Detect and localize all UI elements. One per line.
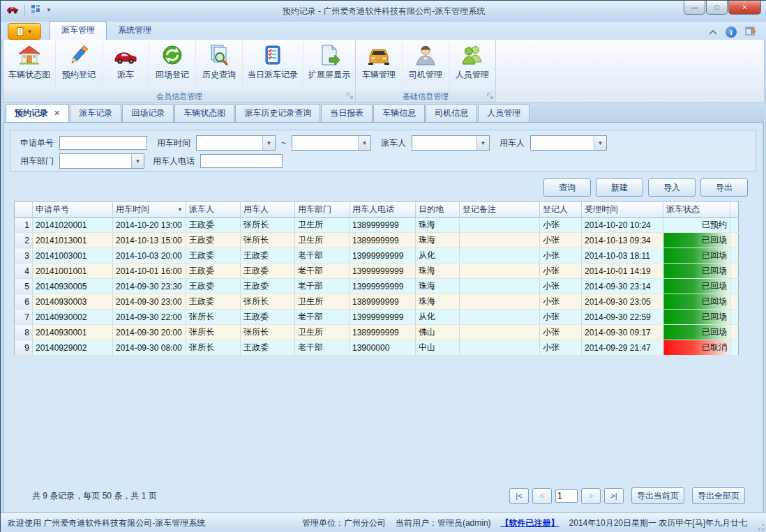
- cell-accept-time[interactable]: 2014-09-30 23:05: [582, 294, 663, 310]
- cell-remark[interactable]: [460, 218, 540, 233]
- cell-registrar[interactable]: 小张: [540, 218, 582, 233]
- cell-use-time[interactable]: 2014-10-03 20:00: [113, 248, 186, 264]
- export-all-pages-button[interactable]: 导出全部页: [692, 487, 745, 504]
- dept-combo[interactable]: ▼: [59, 153, 144, 169]
- cell-registrar[interactable]: 小张: [540, 233, 582, 248]
- col-status[interactable]: 派车状态: [663, 202, 730, 218]
- driver-manage-button[interactable]: 司机管理: [402, 41, 449, 89]
- cell-car-user[interactable]: 王政委: [241, 340, 295, 356]
- cell-dispatcher[interactable]: 王政委: [186, 218, 241, 233]
- order-no-input[interactable]: [59, 136, 147, 150]
- cell-use-time[interactable]: 2014-09-30 20:00: [113, 325, 186, 340]
- cell-car-user[interactable]: 张所长: [241, 294, 295, 310]
- resize-grip[interactable]: [758, 524, 765, 531]
- cell-dispatcher[interactable]: 张所长: [186, 325, 241, 340]
- cell-dept[interactable]: 老干部: [295, 248, 350, 264]
- cell-phone[interactable]: 1389999999: [350, 218, 416, 233]
- cell-use-time[interactable]: 2014-10-01 16:00: [113, 264, 186, 279]
- cell-remark[interactable]: [460, 310, 540, 325]
- row-header-cell[interactable]: ▶1: [15, 218, 33, 233]
- row-header-cell[interactable]: ▶5: [15, 279, 33, 294]
- col-registrar[interactable]: 登记人: [540, 202, 582, 218]
- cell-car-user[interactable]: 王政委: [241, 248, 295, 264]
- chevron-down-icon[interactable]: ▼: [476, 136, 489, 150]
- cell-car-user[interactable]: 张所长: [241, 218, 295, 233]
- prev-page-button[interactable]: <: [532, 488, 552, 504]
- table-row[interactable]: ▶1 20141020001 2014-10-20 13:00 王政委 张所长 …: [15, 218, 739, 233]
- row-header-cell[interactable]: ▶8: [15, 325, 33, 340]
- import-button[interactable]: 导入: [648, 178, 696, 197]
- table-row[interactable]: ▶6 20140930003 2014-09-30 23:00 王政委 张所长 …: [15, 294, 739, 310]
- row-header-cell[interactable]: ▶9: [15, 340, 33, 356]
- use-time-to-combo[interactable]: ▼: [292, 135, 371, 151]
- chevron-down-icon[interactable]: ▼: [594, 136, 606, 150]
- cell-phone[interactable]: 13999999999: [350, 264, 416, 279]
- cell-dispatcher[interactable]: 张所长: [186, 340, 241, 356]
- cell-use-time[interactable]: 2014-09-30 08:00: [113, 340, 186, 356]
- col-destination[interactable]: 目的地: [416, 202, 460, 218]
- table-row[interactable]: ▶4 20141001001 2014-10-01 16:00 王政委 王政委 …: [15, 264, 739, 279]
- cell-dept[interactable]: 老干部: [295, 264, 350, 279]
- cell-use-time[interactable]: 2014-10-13 15:00: [113, 233, 186, 248]
- status-badge[interactable]: 已回场: [663, 294, 730, 310]
- cell-accept-time[interactable]: 2014-09-29 21:47: [582, 340, 663, 356]
- cell-remark[interactable]: [460, 325, 540, 340]
- status-badge[interactable]: 已回场: [663, 279, 730, 294]
- status-badge[interactable]: 已回场: [663, 233, 730, 248]
- cell-destination[interactable]: 珠海: [416, 279, 460, 294]
- user-phone-input[interactable]: [200, 154, 283, 168]
- chevron-down-icon[interactable]: ▼: [358, 136, 370, 150]
- cell-phone[interactable]: 13999999999: [350, 279, 416, 294]
- cell-phone[interactable]: 1389999999: [350, 294, 416, 310]
- row-header-cell[interactable]: ▶6: [15, 294, 33, 310]
- cell-dept[interactable]: 老干部: [295, 279, 350, 294]
- cell-remark[interactable]: [460, 294, 540, 310]
- cell-order-no[interactable]: 20140930001: [33, 325, 113, 340]
- cell-order-no[interactable]: 20141003001: [33, 248, 113, 264]
- cell-phone[interactable]: 1389999999: [350, 325, 416, 340]
- cell-dept[interactable]: 老干部: [295, 310, 350, 325]
- status-badge[interactable]: 已回场: [663, 325, 730, 340]
- status-badge[interactable]: 已回场: [663, 310, 730, 325]
- collapse-ribbon-icon[interactable]: [709, 27, 717, 37]
- table-row[interactable]: ▶8 20140930001 2014-09-30 20:00 张所长 张所长 …: [15, 325, 739, 340]
- tab-vehicle-status-map[interactable]: 车辆状态图: [174, 104, 234, 122]
- license-registered-link[interactable]: 【软件已注册】: [501, 517, 560, 529]
- cell-dispatcher[interactable]: 王政委: [186, 248, 241, 264]
- cell-remark[interactable]: [460, 264, 540, 279]
- col-car-user[interactable]: 用车人: [241, 202, 295, 218]
- dispatch-button[interactable]: 派车: [102, 41, 149, 89]
- status-badge[interactable]: 已预约: [663, 218, 730, 233]
- cell-destination[interactable]: 珠海: [416, 218, 460, 233]
- cell-registrar[interactable]: 小张: [540, 310, 582, 325]
- tab-dispatch-records[interactable]: 派车记录: [70, 104, 121, 122]
- cell-order-no[interactable]: 20140930002: [33, 310, 113, 325]
- cell-accept-time[interactable]: 2014-10-03 18:11: [582, 248, 663, 264]
- cell-destination[interactable]: 从化: [416, 310, 460, 325]
- reservation-register-button[interactable]: 预约登记: [55, 41, 102, 89]
- cell-dispatcher[interactable]: 张所长: [186, 310, 241, 325]
- tab-reservation-records[interactable]: 预约记录 ✕: [6, 104, 69, 122]
- row-header-cell[interactable]: ▶3: [15, 248, 33, 264]
- cell-registrar[interactable]: 小张: [540, 248, 582, 264]
- cell-car-user[interactable]: 王政委: [241, 310, 295, 325]
- page-number-input[interactable]: [555, 489, 578, 503]
- cell-registrar[interactable]: 小张: [540, 264, 582, 279]
- cell-order-no[interactable]: 20141013001: [33, 233, 113, 248]
- cell-dept[interactable]: 卫生所: [295, 233, 350, 248]
- minimize-button[interactable]: —: [684, 1, 705, 15]
- cell-car-user[interactable]: 张所长: [241, 233, 295, 248]
- cell-registrar[interactable]: 小张: [540, 340, 582, 356]
- cell-dispatcher[interactable]: 王政委: [186, 294, 241, 310]
- col-accept-time[interactable]: 受理时间: [582, 202, 663, 218]
- extended-screen-button[interactable]: 扩展屏显示: [303, 41, 355, 89]
- cell-order-no[interactable]: 20141001001: [33, 264, 113, 279]
- cell-registrar[interactable]: 小张: [540, 294, 582, 310]
- cell-car-user[interactable]: 张所长: [241, 325, 295, 340]
- about-window-icon[interactable]: [745, 26, 757, 38]
- cell-dept[interactable]: 卫生所: [295, 325, 350, 340]
- col-phone[interactable]: 用车人电话: [350, 202, 416, 218]
- cell-registrar[interactable]: 小张: [540, 325, 582, 340]
- status-badge[interactable]: 已取消: [663, 340, 730, 356]
- dialog-launcher-icon[interactable]: [487, 92, 493, 100]
